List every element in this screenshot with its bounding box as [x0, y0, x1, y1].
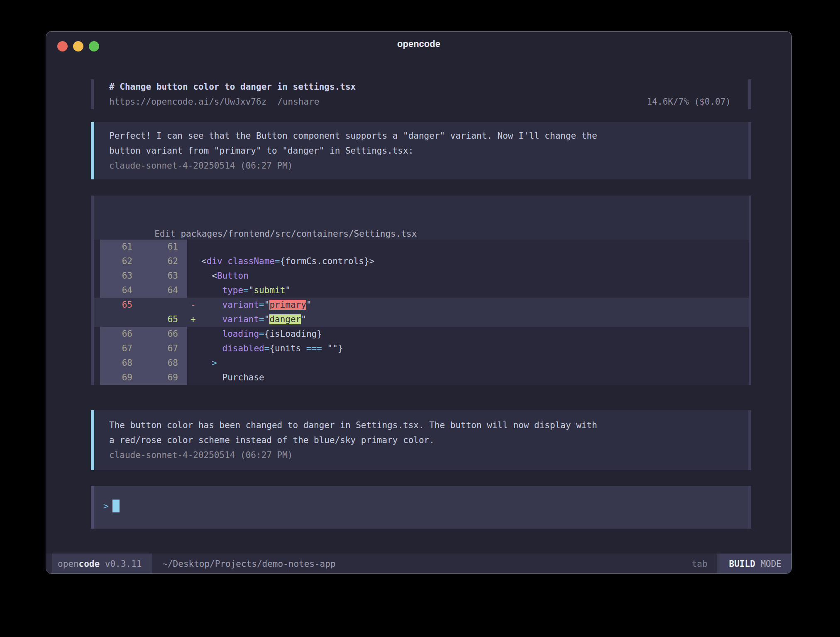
mode-indicator: BUILD MODE [719, 554, 791, 574]
message-text-line: a red/rose color scheme instead of the b… [109, 433, 751, 448]
input-background [94, 486, 749, 529]
assistant-message-1: Perfect! I can see that the Button compo… [91, 122, 751, 179]
mode-name: BUILD [729, 559, 755, 569]
diff-line: 6666 loading={isLoading} [94, 327, 749, 341]
session-right-border [748, 79, 751, 109]
diff-line: 6868 > [94, 356, 749, 370]
diff-line: 6767 disabled={units === ""} [94, 341, 749, 356]
app-version: v0.3.11 [100, 559, 142, 569]
statusbar-divider [717, 554, 719, 574]
status-bar: opencode v0.3.11 ~/Desktop/Projects/demo… [46, 554, 791, 574]
diff-line: 6464 type="submit" [94, 283, 749, 298]
diff-rows: 6161 6262 <div className={formCs.control… [94, 240, 749, 385]
share-url[interactable]: https://opencode.ai/s/UwJxv76z [109, 94, 266, 109]
message-text-line: button variant from "primary" to "danger… [109, 143, 751, 158]
input-left-border [91, 486, 94, 529]
edit-left-border [91, 196, 94, 385]
message-text-line: The button color has been changed to dan… [109, 418, 751, 433]
session-left-border [91, 79, 94, 109]
app-name-open: open [58, 559, 79, 569]
diff-line: 6363 <Button [94, 269, 749, 283]
hints-row: enter send Anthropic Claude Sonnet 4 [46, 535, 791, 550]
mode-suffix: MODE [755, 559, 781, 569]
model-timestamp: claude-sonnet-4-20250514 (06:27 PM) [109, 448, 751, 463]
session-title: # Change button color to danger in setti… [109, 79, 742, 94]
message-text-line: Perfect! I can see that the Button compo… [109, 128, 751, 143]
diff-view: 6161 6262 <div className={formCs.control… [94, 240, 749, 385]
edited-file-path: packages/frontend/src/containers/Setting… [176, 229, 417, 239]
diff-line: 6969 Purchase [94, 370, 749, 385]
working-directory: ~/Desktop/Projects/demo-notes-app [162, 559, 335, 569]
text-cursor [112, 500, 120, 512]
window-title: opencode [46, 32, 791, 56]
edit-header: Edit packages/frontend/src/containers/Se… [94, 196, 749, 240]
app-version-chip: opencode v0.3.11 [52, 554, 152, 574]
edit-tool-block: Edit packages/frontend/src/containers/Se… [91, 196, 751, 385]
session-header: # Change button color to danger in setti… [46, 79, 791, 109]
diff-line: 6262 <div className={formCs.controls}> [94, 254, 749, 269]
model-timestamp: claude-sonnet-4-20250514 (06:27 PM) [109, 158, 751, 173]
diff-line: 6161 [94, 240, 749, 254]
prompt-input[interactable]: > [91, 486, 751, 529]
app-name-code: code [79, 559, 100, 569]
diff-line: 65- variant="primary" [94, 298, 749, 312]
tool-name: Edit [154, 229, 176, 239]
input-right-border [748, 486, 751, 529]
titlebar: opencode [46, 32, 791, 56]
unshare-command[interactable]: /unshare [277, 94, 319, 109]
edit-right-border [748, 196, 751, 385]
token-cost-stats: 14.6K/7% ($0.07) [647, 94, 731, 109]
tab-key-hint: tab [692, 559, 717, 569]
diff-line: 65+ variant="danger" [94, 312, 749, 327]
opencode-window: opencode # Change button color to danger… [46, 31, 792, 574]
prompt-symbol: > [103, 501, 109, 511]
assistant-message-2: The button color has been changed to dan… [91, 410, 751, 470]
